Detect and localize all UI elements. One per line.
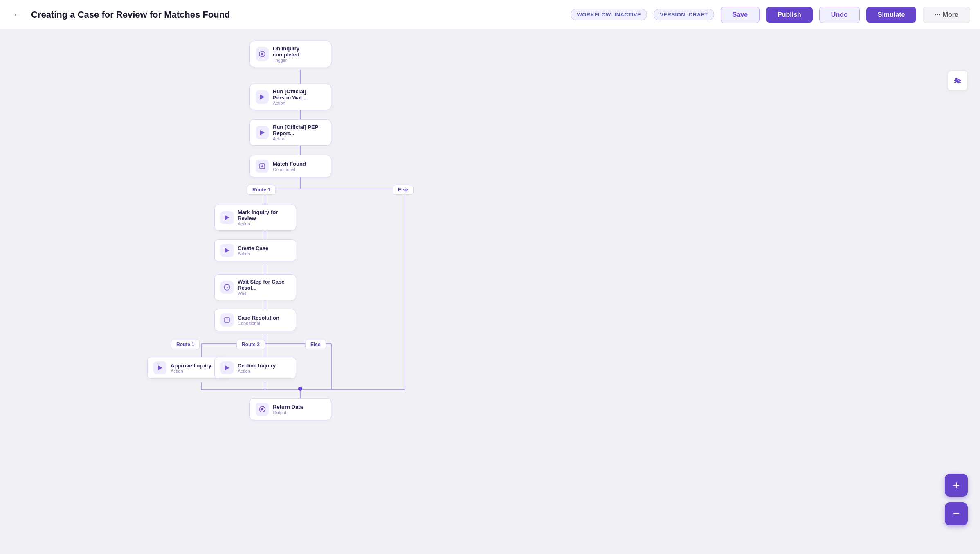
undo-button[interactable]: Undo xyxy=(819,7,860,23)
action1-node[interactable]: Run [Official] Person Wat... Action xyxy=(249,84,331,110)
route1-label[interactable]: Route 1 xyxy=(247,185,276,195)
svg-marker-33 xyxy=(225,215,229,220)
create-case-title: Create Case xyxy=(238,245,268,251)
publish-button[interactable]: Publish xyxy=(766,7,813,23)
return-data-subtitle: Output xyxy=(273,410,303,415)
svg-marker-39 xyxy=(158,365,162,370)
action1-title: Run [Official] Person Wat... xyxy=(273,88,325,101)
version-status-badge: VERSION: DRAFT xyxy=(654,9,714,20)
action2-node[interactable]: Run [Official] PEP Report... Action xyxy=(249,119,331,146)
more-button[interactable]: ··· More xyxy=(923,7,970,23)
svg-marker-40 xyxy=(225,365,229,370)
header: ← Creating a Case for Review for Matches… xyxy=(0,0,980,29)
simulate-button[interactable]: Simulate xyxy=(866,7,917,23)
trigger-node[interactable]: On Inquiry completed Trigger xyxy=(249,41,331,67)
minus-icon: − xyxy=(953,507,960,520)
case-resolution-title: Case Resolution xyxy=(238,315,279,321)
svg-point-48 xyxy=(956,81,958,83)
case-resolution-node[interactable]: Case Resolution Conditional xyxy=(214,309,296,331)
mark-inquiry-title: Mark Inquiry for Review xyxy=(238,209,290,221)
match-found-node[interactable]: Match Found Conditional xyxy=(249,155,331,177)
match-found-title: Match Found xyxy=(273,161,306,167)
wait-step-title: Wait Step for Case Resol... xyxy=(238,279,290,291)
page-title: Creating a Case for Review for Matches F… xyxy=(31,9,564,20)
workflow-canvas[interactable]: On Inquiry completed Trigger Run [Offici… xyxy=(0,29,980,554)
svg-point-47 xyxy=(958,80,960,81)
mark-inquiry-icon xyxy=(220,211,234,224)
route2-label1[interactable]: Route 1 xyxy=(171,340,200,349)
more-dots-icon: ··· xyxy=(935,11,940,18)
case-resolution-subtitle: Conditional xyxy=(238,321,279,326)
svg-point-25 xyxy=(298,387,302,391)
wait-step-subtitle: Wait xyxy=(238,291,290,296)
mark-inquiry-subtitle: Action xyxy=(238,221,290,226)
save-button[interactable]: Save xyxy=(721,7,760,23)
trigger-icon xyxy=(256,47,269,61)
return-data-title: Return Data xyxy=(273,404,303,410)
wait-icon xyxy=(220,281,234,294)
action1-subtitle: Action xyxy=(273,101,325,106)
svg-point-42 xyxy=(261,408,263,410)
decline-inquiry-icon xyxy=(220,361,234,374)
create-case-node[interactable]: Create Case Action xyxy=(214,239,296,261)
more-label: More xyxy=(943,11,958,18)
svg-marker-28 xyxy=(260,95,265,99)
route2-label2[interactable]: Route 2 xyxy=(236,340,265,349)
approve-inquiry-title: Approve Inquiry xyxy=(171,363,211,369)
svg-marker-29 xyxy=(260,130,265,135)
svg-marker-34 xyxy=(225,248,229,253)
decline-inquiry-title: Decline Inquiry xyxy=(238,363,276,369)
create-case-icon xyxy=(220,244,234,257)
action2-title: Run [Official] PEP Report... xyxy=(273,124,325,136)
action2-subtitle: Action xyxy=(273,136,325,141)
approve-inquiry-icon xyxy=(153,361,166,374)
trigger-node-title: On Inquiry completed xyxy=(273,45,325,58)
action2-icon xyxy=(256,126,269,139)
return-data-icon xyxy=(256,403,269,416)
trigger-node-subtitle: Trigger xyxy=(273,58,325,63)
create-case-subtitle: Action xyxy=(238,251,268,256)
zoom-in-button[interactable]: + xyxy=(945,474,968,497)
workflow-status-badge: WORKFLOW: INACTIVE xyxy=(571,9,647,20)
approve-inquiry-subtitle: Action xyxy=(171,369,211,374)
filter-icon xyxy=(953,76,962,86)
zoom-out-button[interactable]: − xyxy=(945,502,968,525)
conditional1-icon xyxy=(256,160,269,173)
wait-step-node[interactable]: Wait Step for Case Resol... Wait xyxy=(214,274,296,300)
return-data-node[interactable]: Return Data Output xyxy=(249,398,331,420)
add-icon: + xyxy=(953,479,960,492)
decline-inquiry-subtitle: Action xyxy=(238,369,276,374)
filter-button[interactable] xyxy=(947,70,968,91)
decline-inquiry-node[interactable]: Decline Inquiry Action xyxy=(214,357,296,379)
svg-point-46 xyxy=(955,78,957,80)
back-button[interactable]: ← xyxy=(10,7,25,22)
case-resolution-icon xyxy=(220,313,234,327)
mark-inquiry-node[interactable]: Mark Inquiry for Review Action xyxy=(214,205,296,231)
svg-point-27 xyxy=(261,53,263,55)
else1-label[interactable]: Else xyxy=(393,185,414,195)
action1-icon xyxy=(256,90,269,104)
else2-label[interactable]: Else xyxy=(305,340,326,349)
connector-lines xyxy=(0,29,980,554)
match-found-subtitle: Conditional xyxy=(273,167,306,172)
